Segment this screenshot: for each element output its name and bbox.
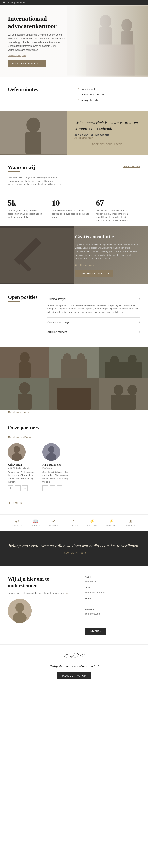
partners-empty2 bbox=[112, 443, 140, 491]
practice-right: Familierecht Onroerendgoedrecht Immigrat… bbox=[78, 86, 140, 103]
grid-icon[interactable]: ⊞ bbox=[129, 519, 132, 524]
hero-text: Wij begrijpen uw uitdagingen. Wij schrij… bbox=[8, 33, 67, 52]
contact-person-svg bbox=[8, 599, 31, 622]
photo-cell-4 bbox=[0, 378, 49, 410]
practice-item-3[interactable]: Immigratierecht bbox=[78, 97, 140, 103]
partners-empty bbox=[77, 443, 105, 491]
dark-quote-text: belang van vertrouwen en zullen we doen … bbox=[8, 543, 140, 549]
partner1-linkedin-icon[interactable]: in bbox=[22, 486, 28, 491]
positions-layout: Open posities Criminal lawyer ∧ Answer: … bbox=[8, 294, 140, 337]
careers-icon[interactable]: ↺ bbox=[71, 519, 75, 524]
svg-point-18 bbox=[77, 353, 85, 362]
svg-rect-16 bbox=[61, 359, 87, 378]
position-name-articling: Articling student bbox=[47, 330, 67, 334]
icon-label-4: CAREERS bbox=[68, 525, 78, 527]
lecture-icon[interactable]: ✔ bbox=[52, 519, 56, 524]
topbar-left: ☰ +1 (234) 567-8910 bbox=[3, 1, 25, 4]
icon-item-6: ⚡ CAREERS bbox=[106, 519, 117, 527]
hamburger-icon[interactable]: ☰ bbox=[3, 1, 5, 4]
why-header: Waarom wij Door advocaten brengt onze to… bbox=[8, 164, 140, 186]
gavel-consult-button[interactable]: BOEK EEN CONSULTATIE bbox=[75, 270, 113, 277]
partner2-socials: f t in bbox=[43, 486, 71, 491]
icon-item-3: ✔ LECTURE bbox=[49, 519, 59, 527]
partners-title: Onze partners bbox=[8, 425, 140, 431]
form-textarea-message[interactable] bbox=[85, 611, 140, 623]
lightning-icon[interactable]: ⚡ bbox=[90, 519, 95, 524]
contact-section: Wij zijn hier om te ondersteunen Sample … bbox=[0, 566, 148, 644]
quote-credit: Afbeelding van naam bbox=[75, 137, 140, 139]
icon-label-1: FACULTY bbox=[13, 525, 22, 527]
quote-section: "Mijn topprioriteit is om uw vertrouwen … bbox=[0, 111, 148, 155]
form-input-phone[interactable] bbox=[85, 600, 140, 606]
position-header-commercial[interactable]: Commercial lawyer ∨ bbox=[47, 317, 140, 327]
contact-person-avatar bbox=[8, 599, 31, 622]
contact-text: Sample text. Click to select the Text El… bbox=[8, 591, 77, 595]
svg-point-30 bbox=[127, 385, 137, 395]
photo-credit-link[interactable]: naam bbox=[24, 411, 29, 413]
positions-left: Open posities bbox=[8, 294, 40, 337]
position-item-criminal: Criminal lawyer ∧ Answer: Sample tekst. … bbox=[47, 294, 140, 317]
form-group-phone: Phone bbox=[85, 597, 140, 606]
form-group-email: Email bbox=[85, 587, 140, 595]
why-divider bbox=[8, 172, 20, 172]
partner2-facebook-icon[interactable]: f bbox=[43, 486, 48, 491]
partners-grid: Jeffrey Bruin CREATIEVE LEIDER Sample te… bbox=[8, 443, 140, 491]
criminal-chevron-icon: ∧ bbox=[138, 298, 140, 301]
contact-credit-link[interactable]: here bbox=[65, 592, 69, 594]
gavel-credit-link[interactable]: naam bbox=[89, 264, 94, 267]
photo-svg-6 bbox=[99, 378, 148, 410]
position-header-criminal[interactable]: Criminal lawyer ∧ bbox=[47, 294, 140, 304]
form-input-email[interactable] bbox=[85, 590, 140, 595]
form-submit-button[interactable]: INDIENEN bbox=[85, 628, 106, 634]
practice-item-2[interactable]: Onroerendgoedrecht bbox=[78, 92, 140, 97]
quote-content: "Mijn topprioriteit is om uw vertrouwen … bbox=[67, 111, 148, 155]
library-icon[interactable]: 📖 bbox=[33, 519, 38, 524]
icon-item-1: ◎ FACULTY bbox=[13, 519, 22, 527]
hero-credit-link[interactable]: naam bbox=[22, 54, 26, 57]
stat-number-1: 5k bbox=[8, 198, 46, 208]
faculty-icon[interactable]: ◎ bbox=[15, 519, 19, 524]
quote-consult-button[interactable]: BOEK EEN CONSULTATIE bbox=[75, 141, 140, 147]
partner-text-2: Sample text. Click to select the text bo… bbox=[43, 470, 71, 484]
form-input-name[interactable] bbox=[85, 579, 140, 584]
photo-svg-2 bbox=[49, 347, 99, 378]
form-label-email: Email bbox=[85, 587, 140, 589]
svg-rect-27 bbox=[57, 388, 91, 410]
position-name-criminal: Criminal lawyer bbox=[47, 298, 66, 301]
why-read-more[interactable]: LEES VERDER bbox=[123, 165, 140, 167]
partner2-linkedin-icon[interactable]: in bbox=[57, 486, 62, 491]
partners-credit: Afbeeldingen door Freepik bbox=[8, 436, 140, 438]
practice-divider bbox=[8, 94, 20, 94]
hero-consult-button[interactable]: BOEK EEN CONSULTATIE bbox=[8, 60, 46, 67]
icon-label-2: LIBRARY bbox=[31, 525, 40, 527]
final-contact-button[interactable]: MAAK CONTACT OP bbox=[57, 672, 91, 679]
partner1-twitter-icon[interactable]: t bbox=[15, 486, 21, 491]
icon-row: ◎ FACULTY 📖 LIBRARY ✔ LECTURE ↺ CAREERS … bbox=[0, 515, 148, 531]
practice-item-1[interactable]: Familierecht bbox=[78, 86, 140, 92]
quote-svg bbox=[0, 111, 67, 155]
why-description: Door advocaten brengt onze toewijding aa… bbox=[8, 176, 63, 186]
icon-label-3: LECTURE bbox=[49, 525, 59, 527]
partner-card-2: Anna Richmond MANAGER Sample text. Click… bbox=[43, 443, 71, 491]
position-body-criminal: Answer: Sample tekst. Click to select th… bbox=[47, 304, 140, 317]
partner1-facebook-icon[interactable]: f bbox=[8, 486, 14, 491]
why-right: LEES VERDER bbox=[123, 164, 140, 168]
partner1-socials: f t in bbox=[8, 486, 36, 491]
partners-credit-link[interactable]: Freepik bbox=[24, 436, 31, 438]
position-header-articling[interactable]: Articling student ∨ bbox=[47, 327, 140, 337]
partner-card-1: Jeffrey Bruin CREATIEVE LEIDER Sample te… bbox=[8, 443, 36, 491]
gavel-svg bbox=[0, 226, 74, 284]
stat-item-1: 5k Partners, advocaten, juridisch assist… bbox=[8, 198, 52, 222]
quote-credit-link[interactable]: naam bbox=[88, 137, 93, 139]
partner2-twitter-icon[interactable]: t bbox=[50, 486, 55, 491]
contact-title: Wij zijn hier om te ondersteunen bbox=[8, 576, 77, 589]
svg-point-39 bbox=[16, 603, 24, 612]
positions-right: Criminal lawyer ∧ Answer: Sample tekst. … bbox=[47, 294, 140, 337]
partners-read-more[interactable]: LEES MEER bbox=[8, 502, 22, 504]
photo-svg-5 bbox=[49, 378, 99, 410]
bolt-icon[interactable]: ⚡ bbox=[109, 519, 114, 524]
svg-point-22 bbox=[128, 354, 137, 364]
quote-image bbox=[0, 111, 67, 155]
partner-name-2: Anna Richmond bbox=[43, 463, 71, 466]
icon-label-7: CAREERS bbox=[125, 525, 135, 527]
